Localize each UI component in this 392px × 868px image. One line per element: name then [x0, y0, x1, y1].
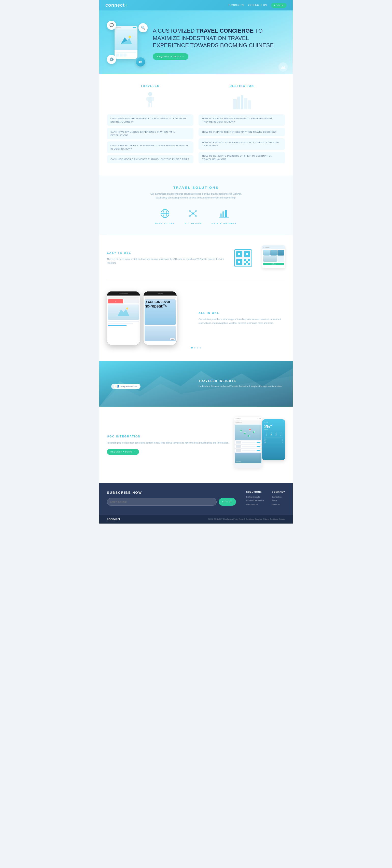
- svg-rect-10: [146, 97, 149, 101]
- dot-4[interactable]: [200, 347, 201, 348]
- destination-q3: HOW TO PROVIDE BEST EXPERIENCE TO CHINES…: [199, 138, 285, 150]
- solutions-title: TRAVEL SOLUTIONS: [107, 186, 285, 190]
- svg-point-8: [148, 92, 152, 96]
- svg-line-29: [193, 211, 196, 214]
- easy-desc: There is no need to pre-install or downl…: [107, 257, 229, 265]
- easy-text: EASY TO USE There is no need to pre-inst…: [107, 251, 229, 265]
- ugc-phone-left: 美丽海湾← ⊕ ⊞ 搜索新体验: [234, 417, 262, 468]
- traveler-insights-section: 💰 Budget: $770 🍽 Michelin 3 Stars 👤 Jenn…: [99, 361, 293, 407]
- nav-links: PRODUCTS CONTACT US LOG IN: [228, 3, 287, 8]
- traveler-q2: CAN I HAVE MY UNIQUE EXPERIENCE IN WHEN …: [107, 128, 193, 140]
- insights-right: TRAVELER INSIGHTS Understand Chinese out…: [193, 379, 285, 388]
- svg-rect-12: [149, 103, 150, 107]
- insights-title: TRAVELER INSIGHTS: [199, 379, 285, 382]
- svg-rect-17: [244, 98, 248, 109]
- footer-link-eshop[interactable]: E-shop module: [246, 496, 264, 498]
- svg-rect-13: [151, 103, 152, 107]
- footer-copyright: ©2018 CONNECT Blog Privacy Policy Terms …: [208, 518, 285, 520]
- feature-easy-label: EASY TO USE: [155, 222, 175, 225]
- nav-contact[interactable]: CONTACT US: [248, 4, 267, 7]
- subscribe-section: SUBSCRIBE NOW SIGN UP SOLUTIONS E-shop m…: [99, 483, 293, 515]
- feature-data-label: DATA & INSIGHTS: [211, 222, 237, 225]
- footer-link-data[interactable]: Data module: [246, 503, 264, 506]
- feature-allinone: ALL IN ONE: [185, 207, 201, 225]
- svg-line-30: [190, 214, 193, 216]
- feature-allinone-label: ALL IN ONE: [185, 222, 201, 225]
- subscribe-form: SIGN UP: [107, 498, 236, 506]
- hero-text: A CUSTOMIZED TRAVEL CONCIERGE TO MAXIMIZ…: [148, 27, 285, 60]
- subscribe-submit-button[interactable]: SIGN UP: [219, 498, 236, 506]
- destination-title: DESTINATION: [199, 84, 285, 87]
- dot-2[interactable]: [194, 347, 195, 348]
- svg-marker-7: [281, 66, 285, 69]
- qr-code: [234, 249, 252, 267]
- svg-rect-33: [223, 212, 224, 217]
- hero-illustration: 💬 🔍 ⚙️: [107, 21, 148, 66]
- svg-rect-11: [152, 97, 154, 101]
- nav-logo: connect+: [105, 3, 128, 8]
- app-screenshots: 搜索新体验 书 Save: [255, 245, 285, 271]
- footer-links: SOLUTIONS E-shop module Social CRM modul…: [246, 491, 285, 507]
- solutions-subtitle: Our customised travel concierge solution…: [145, 192, 247, 199]
- hero-title: A CUSTOMIZED TRAVEL CONCIERGE TO MAXIMIZ…: [153, 27, 285, 49]
- destination-q2: HOW TO INSPIRE THEIR IN-DESTINATION TRAV…: [199, 128, 285, 136]
- subscribe-left: SUBSCRIBE NOW SIGN UP: [107, 491, 236, 507]
- footer-bar: connect+ ©2018 CONNECT Blog Privacy Poli…: [99, 515, 293, 524]
- phone-screen-1: Exchange Rate ⊕: [107, 291, 140, 345]
- svg-rect-32: [220, 214, 222, 217]
- footer-solutions: SOLUTIONS E-shop module Social CRM modul…: [246, 491, 264, 507]
- svg-rect-9: [149, 97, 152, 103]
- barchart-icon: [218, 207, 230, 220]
- travel-solutions-section: TRAVEL SOLUTIONS Our customised travel c…: [99, 176, 293, 235]
- destination-column: DESTINATION HOW TO REACH CHINESE OUTBOUN…: [199, 84, 285, 165]
- allinone-text: ALL IN ONE Our solution provides a wide …: [199, 311, 285, 326]
- svg-point-37: [126, 308, 128, 310]
- insights-desc: Understand Chinese outbound Traveler beh…: [199, 384, 285, 388]
- destination-q4: HOW TO GENERATE INSIGHTS OF THEIR IN-DES…: [199, 152, 285, 163]
- map-icon: [136, 57, 145, 66]
- destination-illustration: [199, 91, 285, 110]
- dot-3[interactable]: [197, 347, 198, 348]
- carousel-dots: [107, 345, 285, 350]
- feature-easy: EASY TO USE: [155, 207, 175, 225]
- footer-company-title: COMPANY: [272, 491, 285, 493]
- insights-overlay: 💰 Budget: $770 🍽 Michelin 3 Stars 👤 Jenn…: [99, 361, 293, 407]
- globe-icon: [159, 207, 171, 220]
- traveler-q4: CAN I USE MOBILE PAYMENTS THROUGHOUT THE…: [107, 155, 193, 163]
- navigation: connect+ PRODUCTS CONTACT US LOG IN: [99, 0, 293, 10]
- footer-link-news[interactable]: News: [272, 500, 285, 502]
- footer-link-crm[interactable]: Social CRM module: [246, 500, 264, 502]
- svg-rect-18: [248, 100, 251, 109]
- hero-mountain-icon: [279, 62, 288, 71]
- footer-link-about[interactable]: About us: [272, 503, 285, 506]
- svg-line-28: [190, 211, 193, 214]
- hero-section: 💬 🔍 ⚙️ A CUSTOMIZED TRAVEL CONCIERGE TO …: [99, 10, 293, 74]
- feature-data: DATA & INSIGHTS: [211, 207, 237, 225]
- subscribe-email-input[interactable]: [107, 498, 217, 506]
- footer-link-contact[interactable]: Contact us: [272, 496, 285, 498]
- ugc-visual: 美丽海湾← ⊕ ⊞ 搜索新体验: [234, 417, 285, 473]
- phones-container: Exchange Rate ⊕: [107, 291, 193, 345]
- svg-rect-14: [233, 99, 237, 109]
- ugc-weather-widget: 今天 晴 25° 下降50% 今☀4° 明⛅5° 后🌧3° 三☀6° 东风:4°: [262, 420, 285, 460]
- ugc-cta-button[interactable]: REQUEST A DEMO →: [107, 449, 139, 455]
- svg-rect-15: [237, 97, 240, 109]
- svg-line-31: [193, 214, 196, 216]
- traveler-illustration: [107, 91, 193, 110]
- features-row: EASY TO USE: [107, 207, 285, 225]
- nav-products[interactable]: PRODUCTS: [228, 4, 244, 7]
- dot-1[interactable]: [191, 347, 193, 348]
- search-icon: 🔍: [138, 23, 148, 32]
- settings-icon: ⚙️: [107, 55, 116, 64]
- hero-cta-button[interactable]: REQUEST A DEMO →: [153, 53, 188, 60]
- nav-login-button[interactable]: LOG IN: [271, 3, 287, 8]
- allinone-title: ALL IN ONE: [199, 311, 285, 314]
- svg-point-2: [129, 36, 131, 38]
- svg-rect-16: [241, 95, 243, 109]
- ugc-section: UGC INTEGRATION Integrating up-to-date u…: [99, 407, 293, 483]
- chat-icon: 💬: [107, 21, 116, 30]
- subscribe-title: SUBSCRIBE NOW: [107, 491, 236, 495]
- footer-solutions-title: SOLUTIONS: [246, 491, 264, 493]
- traveler-q3: CAN I FIND ALL SORTS OF INFORMATION IN C…: [107, 142, 193, 153]
- footer-company: COMPANY Contact us News About us: [272, 491, 285, 507]
